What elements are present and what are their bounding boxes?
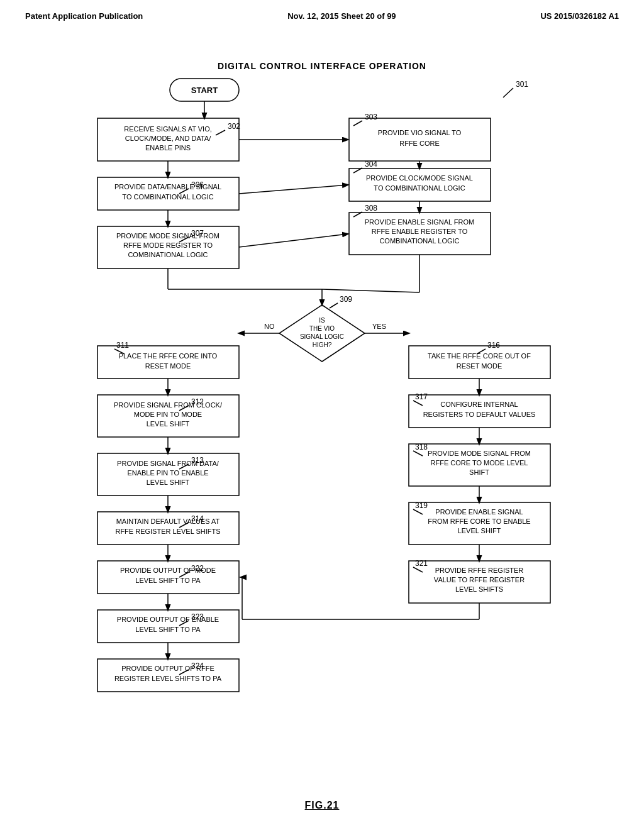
svg-line-118 bbox=[413, 567, 423, 572]
svg-text:303: 303 bbox=[365, 113, 377, 121]
svg-text:PLACE  THE  RFFE  CORE  INTO: PLACE THE RFFE CORE INTO bbox=[119, 352, 218, 360]
svg-text:RECEIVE  SIGNALS  AT  VIO,: RECEIVE SIGNALS AT VIO, bbox=[124, 125, 212, 133]
svg-text:ENABLE  PINS: ENABLE PINS bbox=[145, 144, 191, 152]
svg-text:317: 317 bbox=[415, 392, 428, 401]
svg-text:PROVIDE  MODE  SIGNAL  FROM: PROVIDE MODE SIGNAL FROM bbox=[428, 450, 531, 457]
svg-text:RFFE  MODE  REGISTER  TO: RFFE MODE REGISTER TO bbox=[123, 241, 213, 249]
svg-line-13 bbox=[353, 121, 362, 126]
svg-text:ENABLE  PIN  TO  ENABLE: ENABLE PIN TO ENABLE bbox=[127, 469, 208, 477]
svg-text:RFFE  REGISTER  LEVEL  SHIFTS: RFFE REGISTER LEVEL SHIFTS bbox=[115, 528, 220, 535]
svg-text:PROVIDE  RFFE  REGISTER: PROVIDE RFFE REGISTER bbox=[435, 567, 524, 574]
svg-text:PROVIDE  ENABLE  SIGNAL  FROM: PROVIDE ENABLE SIGNAL FROM bbox=[365, 218, 474, 226]
svg-line-47 bbox=[322, 289, 419, 292]
flowchart-svg: DIGITAL CONTROL INTERFACE OPERATION 301 … bbox=[0, 38, 644, 817]
diagram-area: DIGITAL CONTROL INTERFACE OPERATION 301 … bbox=[0, 38, 644, 817]
svg-line-50 bbox=[330, 303, 338, 308]
svg-text:CLOCK/MODE,  AND  DATA/: CLOCK/MODE, AND DATA/ bbox=[125, 135, 211, 142]
svg-text:301: 301 bbox=[516, 80, 528, 89]
svg-text:FROM  RFFE  CORE  TO  ENABLE: FROM RFFE CORE TO ENABLE bbox=[428, 517, 530, 525]
svg-text:RESET  MODE: RESET MODE bbox=[457, 362, 502, 370]
svg-text:304: 304 bbox=[365, 160, 377, 169]
svg-text:YES: YES bbox=[372, 323, 386, 330]
page: Patent Application Publication Nov. 12, … bbox=[0, 0, 644, 830]
svg-text:PROVIDE  OUTPUT  OF  RFFE: PROVIDE OUTPUT OF RFFE bbox=[121, 665, 214, 672]
header-left: Patent Application Publication bbox=[25, 11, 143, 21]
svg-text:311: 311 bbox=[116, 341, 129, 350]
svg-line-92 bbox=[413, 451, 423, 456]
svg-line-29 bbox=[239, 185, 348, 194]
svg-text:RESET  MODE: RESET MODE bbox=[145, 362, 191, 370]
svg-line-2 bbox=[503, 88, 513, 97]
svg-line-105 bbox=[413, 509, 423, 514]
svg-text:308: 308 bbox=[365, 204, 377, 213]
svg-text:RFFE  CORE  TO  MODE  LEVEL: RFFE CORE TO MODE LEVEL bbox=[431, 459, 528, 467]
svg-text:LEVEL  SHIFTS: LEVEL SHIFTS bbox=[455, 585, 503, 593]
svg-text:PROVIDE  SIGNAL  FROM  DATA/: PROVIDE SIGNAL FROM DATA/ bbox=[117, 460, 219, 467]
header-right: US 2015/0326182 A1 bbox=[540, 11, 619, 21]
svg-text:PROVIDE  DATA/ENABLE  SIGNAL: PROVIDE DATA/ENABLE SIGNAL bbox=[114, 183, 221, 191]
svg-text:LEVEL  SHIFT: LEVEL SHIFT bbox=[147, 420, 190, 428]
svg-text:LEVEL  SHIFT  TO  PA: LEVEL SHIFT TO PA bbox=[135, 577, 201, 584]
header-middle: Nov. 12, 2015 Sheet 20 of 99 bbox=[287, 11, 396, 21]
svg-text:PROVIDE  SIGNAL  FROM  CLOCK/: PROVIDE SIGNAL FROM CLOCK/ bbox=[114, 401, 223, 409]
svg-text:NO: NO bbox=[264, 323, 275, 330]
svg-text:LEVEL  SHIFT  TO  PA: LEVEL SHIFT TO PA bbox=[135, 626, 201, 633]
svg-line-7 bbox=[216, 130, 225, 135]
svg-text:COMBINATIONAL  LOGIC: COMBINATIONAL LOGIC bbox=[128, 251, 208, 258]
svg-text:PROVIDE  OUTPUT  OF  MODE: PROVIDE OUTPUT OF MODE bbox=[120, 567, 216, 574]
svg-text:THE  VIO: THE VIO bbox=[309, 325, 335, 332]
svg-text:MAINTAIN  DEFAULT  VALUES  AT: MAINTAIN DEFAULT VALUES AT bbox=[116, 517, 220, 525]
svg-text:TO  COMBINATIONAL  LOGIC: TO COMBINATIONAL LOGIC bbox=[374, 184, 465, 192]
figure-label: FIG.21 bbox=[305, 800, 340, 811]
svg-text:REGISTERS  TO  DEFAULT  VALUES: REGISTERS TO DEFAULT VALUES bbox=[423, 411, 536, 418]
svg-text:VALUE  TO  RFFE  REGISTER: VALUE TO RFFE REGISTER bbox=[434, 576, 525, 584]
svg-text:PROVIDE  CLOCK/MODE  SIGNAL: PROVIDE CLOCK/MODE SIGNAL bbox=[366, 174, 473, 182]
svg-text:309: 309 bbox=[340, 295, 352, 304]
svg-text:321: 321 bbox=[415, 559, 428, 568]
svg-text:TAKE  THE  RFFE  CORE  OUT  OF: TAKE THE RFFE CORE OUT OF bbox=[428, 352, 531, 360]
page-header: Patent Application Publication Nov. 12, … bbox=[0, 0, 644, 21]
svg-text:TO  COMBINATIONAL  LOGIC: TO COMBINATIONAL LOGIC bbox=[122, 193, 213, 201]
svg-text:START: START bbox=[191, 86, 218, 95]
svg-text:CONFIGURE  INTERNAL: CONFIGURE INTERNAL bbox=[440, 401, 518, 408]
svg-text:IS: IS bbox=[319, 317, 325, 324]
svg-text:HIGH?: HIGH? bbox=[313, 341, 332, 348]
svg-text:RFFE  CORE: RFFE CORE bbox=[399, 140, 440, 147]
svg-text:PROVIDE  VIO  SIGNAL  TO: PROVIDE VIO SIGNAL TO bbox=[378, 129, 462, 136]
svg-text:PROVIDE  MODE  SIGNAL  FROM: PROVIDE MODE SIGNAL FROM bbox=[116, 232, 219, 240]
svg-text:RFFE  ENABLE  REGISTER  TO: RFFE ENABLE REGISTER TO bbox=[372, 228, 468, 235]
svg-text:SIGNAL  LOGIC: SIGNAL LOGIC bbox=[300, 333, 344, 340]
svg-text:LEVEL  SHIFT: LEVEL SHIFT bbox=[147, 479, 190, 486]
svg-text:316: 316 bbox=[487, 341, 500, 350]
svg-text:COMBINATIONAL  LOGIC: COMBINATIONAL LOGIC bbox=[379, 237, 459, 245]
svg-text:MODE  PIN  TO  MODE: MODE PIN TO MODE bbox=[134, 411, 202, 418]
svg-text:PROVIDE  ENABLE  SIGNAL: PROVIDE ENABLE SIGNAL bbox=[435, 508, 523, 516]
svg-text:DIGITAL  CONTROL  INTERFACE  O: DIGITAL CONTROL INTERFACE OPERATION bbox=[218, 61, 426, 71]
svg-text:REGISTER  LEVEL  SHIFTS  TO  P: REGISTER LEVEL SHIFTS TO PA bbox=[114, 675, 222, 682]
svg-line-43 bbox=[239, 234, 348, 247]
svg-text:PROVIDE  OUTPUT  OF  ENABLE: PROVIDE OUTPUT OF ENABLE bbox=[117, 616, 219, 623]
svg-text:LEVEL  SHIFT: LEVEL SHIFT bbox=[458, 527, 501, 534]
svg-text:SHIFT: SHIFT bbox=[469, 468, 489, 476]
svg-line-79 bbox=[413, 401, 423, 406]
